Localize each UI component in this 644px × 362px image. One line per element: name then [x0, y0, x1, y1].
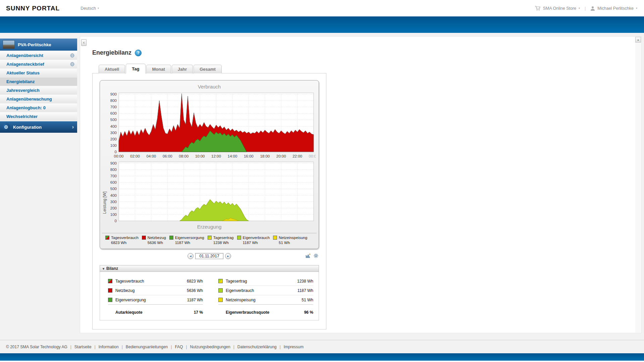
sidebar-item-aktueller-status[interactable]: Aktueller Status — [0, 69, 77, 77]
erzeugung-chart-title: Erzeugung — [102, 223, 317, 232]
svg-text:16:00: 16:00 — [244, 154, 254, 158]
svg-text:02:00: 02:00 — [130, 154, 140, 158]
sidebar-plant-header[interactable]: PVA-Perlitschke — [0, 39, 77, 51]
bilanz-row-value: 51 Wh — [302, 298, 313, 302]
tab-gesamt[interactable]: Gesamt — [194, 65, 222, 73]
svg-text:600: 600 — [110, 111, 117, 115]
help-icon[interactable]: ? — [135, 50, 142, 56]
user-menu[interactable]: Michael Perlitschke ▾ — [590, 6, 637, 11]
next-day-button[interactable]: ► — [225, 253, 231, 259]
tab-aktuell[interactable]: Aktuell — [99, 65, 125, 73]
chart-panel: Verbrauch 010020030040050060070080090000… — [100, 80, 319, 249]
export-chart-icon[interactable] — [306, 253, 311, 258]
sidebar-item-energiebilanz[interactable]: Energiebilanz — [0, 77, 77, 86]
tab-monat[interactable]: Monat — [146, 65, 171, 73]
footer-link-startseite[interactable]: Startseite — [74, 345, 92, 349]
svg-text:200: 200 — [110, 137, 117, 141]
legend-label: Netzbezug — [148, 236, 166, 240]
language-selector[interactable]: Deutsch ▾ — [80, 6, 99, 11]
svg-text:10:00: 10:00 — [195, 154, 205, 158]
top-header: SUNNY PORTAL Deutsch ▾ SMA Online Store … — [0, 0, 644, 16]
user-icon — [590, 6, 595, 11]
bilanz-row-value: 1238 Wh — [297, 279, 313, 284]
legend-value: 6823 Wh — [105, 241, 139, 245]
bilanz-header[interactable]: ▾ Bilanz — [100, 265, 319, 272]
scrollbar[interactable]: ▲ — [635, 37, 641, 333]
svg-text:0: 0 — [115, 219, 117, 223]
sidebar-nav: AnlagenübersichtAnlagensteckbriefAktuell… — [0, 51, 77, 121]
sidebar: PVA-Perlitschke AnlagenübersichtAnlagens… — [0, 39, 77, 133]
footer-link-bedienungsanleitungen[interactable]: Bedienungsanleitungen — [126, 345, 168, 349]
svg-text:200: 200 — [110, 206, 117, 210]
svg-text:800: 800 — [110, 168, 117, 172]
legend-item-top: Tagesertrag — [208, 236, 234, 240]
legend-item-netzeinspeisung: Netzeinspeisung51 Wh — [273, 236, 307, 245]
legend-item-top: Eigenverbrauch — [237, 236, 270, 240]
sidebar-item-wechselrichter[interactable]: Wechselrichter — [0, 112, 77, 121]
legend-item-eigenversorgung: Eigenversorgung1187 Wh — [169, 236, 204, 245]
tab-jahr[interactable]: Jahr — [172, 65, 193, 73]
plant-name: PVA-Perlitschke — [18, 42, 51, 47]
bilanz-row-label: Eigenversorgung — [115, 298, 146, 302]
bilanz-row-eigenversorgung: Eigenversorgung1187 Wh — [108, 295, 203, 305]
chevron-down-icon: ▾ — [98, 7, 99, 10]
scrollbar-track[interactable] — [635, 43, 641, 333]
sidebar-item-label: Jahresvergleich — [6, 88, 40, 93]
footer-link-information[interactable]: Information — [99, 345, 119, 349]
bilanz-body: Tagesverbrauch6823 WhNetzbezug5636 WhEig… — [100, 272, 319, 320]
bilanz-color-swatch — [218, 298, 223, 302]
footer-link-impressum[interactable]: Impressum — [284, 345, 304, 349]
bilanz-title: Bilanz — [106, 266, 118, 271]
sidebar-item-label: Anlagenlogbuch: 0 — [6, 105, 46, 110]
sidebar-item-label: Anlagenüberwachung — [6, 97, 52, 102]
svg-text:700: 700 — [110, 174, 117, 178]
bilanz-row-value: 1187 Wh — [187, 298, 203, 302]
legend-color-swatch — [237, 236, 241, 240]
date-input[interactable]: 01.11.2017 — [195, 253, 223, 259]
bilanz-row-label: Tagesertrag — [226, 279, 247, 284]
scroll-up-icon[interactable]: ▲ — [635, 37, 641, 43]
sidebar-item-konfiguration[interactable]: ⚙ Konfiguration › — [0, 121, 77, 133]
svg-text:500: 500 — [110, 118, 117, 122]
legend-item-top: Netzeinspeisung — [273, 236, 307, 240]
footer-separator: | — [95, 345, 96, 349]
workspace: PVA-Perlitschke AnlagenübersichtAnlagens… — [0, 33, 644, 340]
chart-settings-icon[interactable] — [314, 253, 318, 258]
sidebar-collapse-button[interactable]: ‹ — [81, 39, 87, 46]
content-inner: Energiebilanz ? AktuellTagMonatJahrGesam… — [80, 37, 641, 333]
sidebar-item-label: Energiebilanz — [6, 79, 35, 84]
sidebar-item-anlagen-berwachung[interactable]: Anlagenüberwachung — [0, 95, 77, 103]
legend-label: Eigenverbrauch — [243, 236, 270, 240]
bilanz-right-column: Tagesertrag1238 WhEigenverbrauch1187 WhN… — [218, 277, 313, 315]
gear-icon: ⚙ — [2, 123, 10, 131]
footer-link-faq[interactable]: FAQ — [175, 345, 183, 349]
legend-item-top: Tagesverbrauch — [105, 236, 139, 240]
legend-value: 1238 Wh — [208, 241, 234, 245]
bilanz-summary-eigenverbrauchsquote: Eigenverbrauchsquote96 % — [218, 310, 313, 315]
sidebar-item-anlagenlogbuch-0[interactable]: Anlagenlogbuch: 0 — [0, 104, 77, 112]
language-label: Deutsch — [80, 6, 96, 11]
tab-tag[interactable]: Tag — [126, 64, 145, 73]
svg-text:500: 500 — [110, 187, 117, 191]
footer-link-nutzungsbedingungen[interactable]: Nutzungsbedingungen — [190, 345, 230, 349]
legend-label: Tagesverbrauch — [111, 236, 139, 240]
svg-text:0: 0 — [115, 150, 117, 154]
footer: © 2017 SMA Solar Technology AG|Startseit… — [0, 340, 644, 353]
footer-links: |Startseite|Information|Bedienungsanleit… — [67, 345, 304, 349]
sidebar-item-anlagensteckbrief[interactable]: Anlagensteckbrief — [0, 60, 77, 68]
bilanz-left-column: Tagesverbrauch6823 WhNetzbezug5636 WhEig… — [108, 277, 203, 315]
svg-text:22:00: 22:00 — [292, 154, 302, 158]
main-panel: ‹ ▲ Energiebilanz ? AktuellTagMonatJahrG… — [80, 36, 642, 333]
svg-text:400: 400 — [110, 124, 117, 128]
legend-color-swatch — [142, 236, 146, 240]
footer-separator: | — [233, 345, 234, 349]
verbrauch-chart-title: Verbrauch — [102, 82, 317, 90]
legend-item-eigenverbrauch: Eigenverbrauch1187 Wh — [237, 236, 270, 245]
sidebar-item-anlagen-bersicht[interactable]: Anlagenübersicht — [0, 51, 77, 60]
footer-link-datenschutzerkl-rung[interactable]: Datenschutzerklärung — [237, 345, 277, 349]
sidebar-item-label: Anlagenübersicht — [6, 53, 43, 58]
sidebar-item-jahresvergleich[interactable]: Jahresvergleich — [0, 86, 77, 95]
online-store-link[interactable]: SMA Online Store ▾ — [535, 6, 580, 11]
bilanz-summary-autarkiequote: Autarkiequote17 % — [108, 310, 203, 315]
prev-day-button[interactable]: ◄ — [187, 253, 194, 259]
